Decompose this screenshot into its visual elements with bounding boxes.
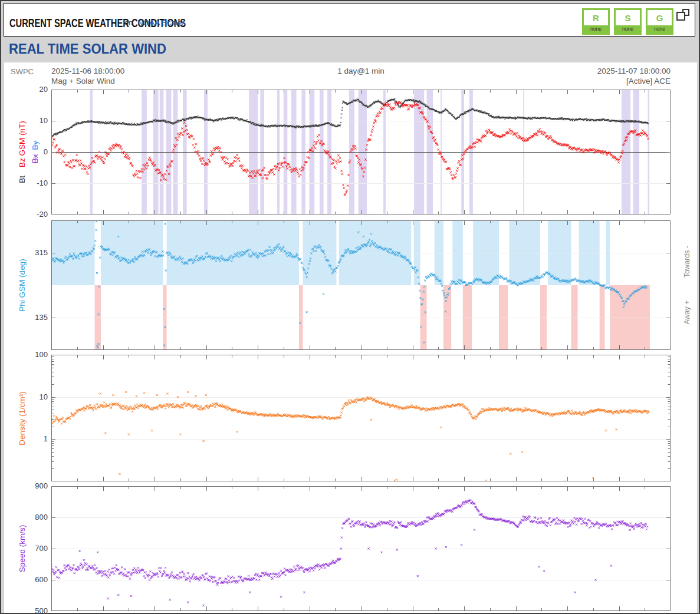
scale-box-g[interactable]: G none <box>646 8 673 35</box>
y-tick-label: 800 <box>28 513 48 521</box>
phi-panel-canvas <box>51 220 671 350</box>
series-label-bz[interactable]: Bz GSM (nT) <box>18 121 27 167</box>
scale-letter-g: G <box>648 10 672 25</box>
series-label-density: Density (1/cm³) <box>18 391 27 445</box>
section-title: REAL TIME SOLAR WIND <box>9 41 166 57</box>
scale-letter-s: S <box>616 10 640 25</box>
y-tick-label: 900 <box>28 481 48 490</box>
series-label-bx[interactable]: Bx <box>31 154 40 164</box>
popout-icon-front-square <box>676 12 685 21</box>
scale-status-s: none <box>616 25 640 33</box>
page: CURRENT SPACE WEATHER CONDITIONS on NOAA… <box>0 0 700 614</box>
series-label-speed: Speed (km/s) <box>18 525 27 572</box>
header-card: CURRENT SPACE WEATHER CONDITIONS on NOAA… <box>4 3 695 37</box>
scale-box-r[interactable]: R none <box>582 8 610 35</box>
scale-status-r: none <box>584 25 608 33</box>
scale-letter-r: R <box>584 10 608 25</box>
y-tick-label: 10 <box>28 392 48 401</box>
noaa-scale-indicators: R none S none G none <box>582 8 673 35</box>
y-tick-label: 315 <box>28 248 48 257</box>
speed-panel-canvas <box>51 486 671 611</box>
y-tick-label: 1 <box>28 434 48 443</box>
y-axis-title: BxBy <box>29 64 41 240</box>
scale-status-g: none <box>648 25 672 33</box>
noaa-scales-link[interactable]: NOAA Scales <box>137 18 186 27</box>
series-label-bt[interactable]: Bt <box>18 176 27 183</box>
y-tick-label: 135 <box>28 313 48 322</box>
y-tick-label: 600 <box>28 575 48 584</box>
satellite-label: [Active] ACE <box>626 77 671 85</box>
y-tick-label: 500 <box>28 606 48 614</box>
y-tick-label: 100 <box>28 350 48 359</box>
series-label-phi: Phi GSM (deg) <box>18 259 27 311</box>
plot-subtitle: Mag + Solar Wind <box>51 77 115 85</box>
end-time-label: 2025-11-07 18:00:00 <box>597 67 671 75</box>
y-axis-title: Speed (km/s) <box>16 460 28 614</box>
density-panel-canvas <box>51 355 671 481</box>
title-connector: on <box>124 19 133 27</box>
resolution-label: 1 day@1 min <box>51 67 671 75</box>
series-label-by[interactable]: By <box>31 141 40 150</box>
chart-card: SWPC 2025-11-06 18:00:00 1 day@1 min 202… <box>4 62 697 614</box>
scale-box-s[interactable]: S none <box>614 8 642 35</box>
popout-icon[interactable] <box>676 9 689 22</box>
sector-label: Away + <box>682 277 692 348</box>
mag-panel-canvas <box>51 90 671 214</box>
y-tick-label: 700 <box>28 544 48 553</box>
